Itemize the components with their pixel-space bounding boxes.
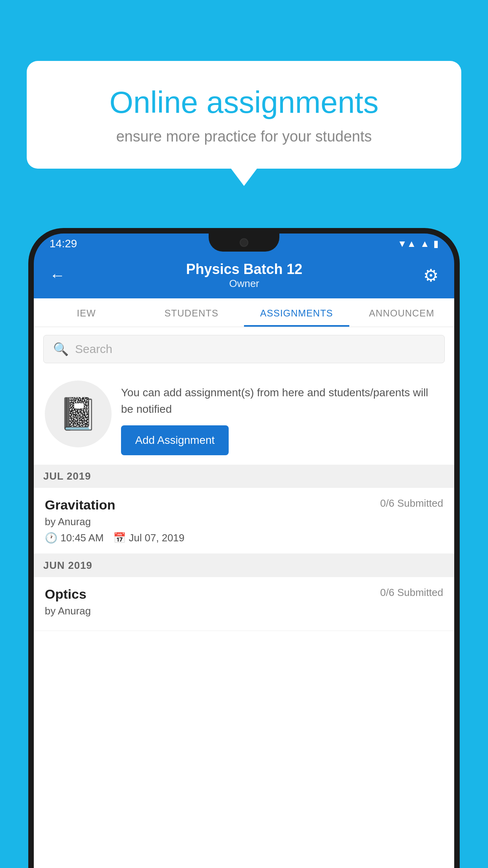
speech-bubble-title: Online assignments [58, 85, 430, 120]
back-button[interactable]: ← [50, 267, 65, 284]
assignment-name: Gravitation [45, 497, 115, 513]
speech-bubble-container: Online assignments ensure more practice … [27, 61, 461, 169]
calendar-icon: 📅 [113, 532, 126, 544]
assignment-by-optics: by Anurag [45, 605, 443, 617]
section-header-jun: JUN 2019 [34, 554, 454, 577]
status-time: 14:29 [50, 237, 77, 250]
phone-frame: 14:29 ▼▲ ▲ ▮ ← Physics Batch 12 Owner ⚙ … [28, 228, 460, 868]
status-icons: ▼▲ ▲ ▮ [398, 238, 438, 249]
assignment-time-value: 10:45 AM [61, 532, 104, 544]
promo-content: You can add assignment(s) from here and … [121, 381, 443, 455]
screen-content: 🔍 Search 📓 You can add assignment(s) fro… [34, 327, 454, 868]
assignment-date: 📅 Jul 07, 2019 [113, 532, 185, 544]
settings-icon[interactable]: ⚙ [423, 265, 438, 285]
tab-students[interactable]: STUDENTS [139, 298, 244, 327]
assignment-top: Gravitation 0/6 Submitted [45, 497, 443, 513]
notebook-icon: 📓 [59, 395, 98, 432]
promo-section: 📓 You can add assignment(s) from here an… [34, 371, 454, 465]
batch-role: Owner [186, 278, 302, 290]
section-header-jul: JUL 2019 [34, 465, 454, 488]
search-bar: 🔍 Search [34, 327, 454, 371]
speech-bubble-subtitle: ensure more practice for your students [58, 128, 430, 145]
assignment-name-optics: Optics [45, 587, 86, 602]
tab-announcements[interactable]: ANNOUNCEM [349, 298, 455, 327]
wifi-icon: ▼▲ [398, 238, 416, 249]
assignment-submitted-optics: 0/6 Submitted [380, 587, 443, 599]
battery-icon: ▮ [433, 238, 438, 249]
assignment-date-value: Jul 07, 2019 [129, 532, 185, 544]
signal-icon: ▲ [420, 238, 429, 249]
search-icon: 🔍 [53, 342, 69, 357]
assignment-submitted: 0/6 Submitted [380, 497, 443, 509]
header-title-group: Physics Batch 12 Owner [186, 261, 302, 290]
add-assignment-button[interactable]: Add Assignment [121, 425, 229, 455]
search-input[interactable]: Search [75, 342, 112, 356]
assignment-by: by Anurag [45, 516, 443, 528]
search-input-container[interactable]: 🔍 Search [43, 335, 445, 363]
tab-assignments[interactable]: ASSIGNMENTS [244, 298, 349, 327]
promo-icon-circle: 📓 [45, 381, 112, 447]
speech-bubble: Online assignments ensure more practice … [27, 61, 461, 169]
assignment-meta: 🕐 10:45 AM 📅 Jul 07, 2019 [45, 532, 443, 544]
assignment-time: 🕐 10:45 AM [45, 532, 104, 544]
promo-description: You can add assignment(s) from here and … [121, 384, 443, 417]
batch-title: Physics Batch 12 [186, 261, 302, 278]
phone-screen: 14:29 ▼▲ ▲ ▮ ← Physics Batch 12 Owner ⚙ … [34, 234, 454, 868]
app-header: ← Physics Batch 12 Owner ⚙ [34, 254, 454, 298]
clock-icon: 🕐 [45, 532, 57, 544]
assignment-item-optics[interactable]: Optics 0/6 Submitted by Anurag [34, 577, 454, 631]
tab-overview[interactable]: IEW [34, 298, 139, 327]
phone-notch [209, 234, 279, 252]
assignment-top-optics: Optics 0/6 Submitted [45, 587, 443, 602]
assignment-item-gravitation[interactable]: Gravitation 0/6 Submitted by Anurag 🕐 10… [34, 488, 454, 554]
front-camera [240, 238, 248, 247]
tabs-bar: IEW STUDENTS ASSIGNMENTS ANNOUNCEM [34, 298, 454, 327]
